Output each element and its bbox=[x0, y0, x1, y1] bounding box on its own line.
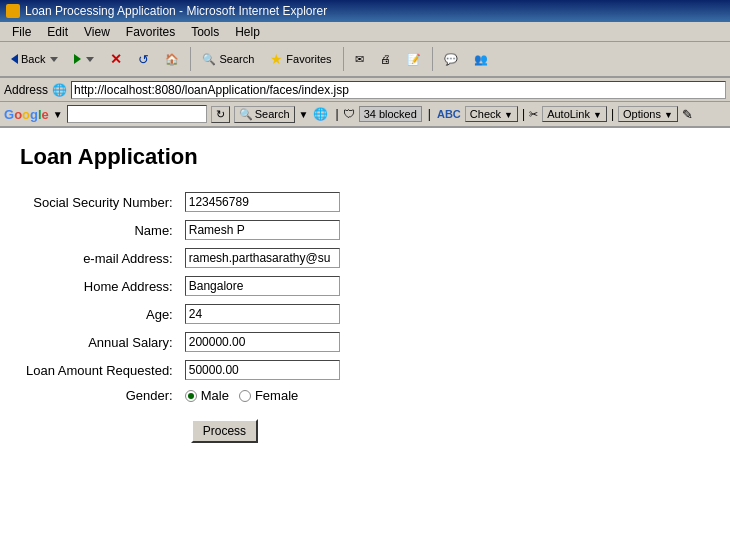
title-bar-text: Loan Processing Application - Microsoft … bbox=[25, 4, 327, 18]
ie-icon bbox=[6, 4, 20, 18]
home-icon: 🏠 bbox=[165, 53, 179, 66]
back-arrow-icon bbox=[11, 54, 18, 64]
search-small-icon: 🔍 bbox=[239, 108, 253, 121]
salary-input[interactable] bbox=[185, 332, 340, 352]
mail-button[interactable]: ✉ bbox=[348, 45, 371, 73]
favorites-star-icon: ★ bbox=[270, 51, 283, 67]
favorites-label: Favorites bbox=[286, 53, 331, 65]
title-bar: Loan Processing Application - Microsoft … bbox=[0, 0, 730, 22]
sep3: | bbox=[522, 107, 525, 121]
table-row: e-mail Address: bbox=[20, 244, 346, 272]
loan-form: Social Security Number: Name: e-mail Add… bbox=[20, 188, 346, 447]
sep4: | bbox=[611, 107, 614, 121]
menu-favorites[interactable]: Favorites bbox=[118, 25, 183, 39]
edit-button[interactable]: 📝 bbox=[400, 45, 428, 73]
page-title: Loan Application bbox=[20, 144, 710, 170]
table-row: Home Address: bbox=[20, 272, 346, 300]
back-dropdown-icon bbox=[50, 57, 58, 62]
print-button[interactable]: 🖨 bbox=[373, 45, 398, 73]
autolink-label: AutoLink bbox=[547, 108, 590, 120]
age-cell bbox=[179, 300, 346, 328]
google-refresh-btn[interactable]: ↻ bbox=[211, 106, 230, 123]
refresh-small-icon: ↻ bbox=[216, 108, 225, 121]
shield-icon: 🛡 bbox=[343, 107, 355, 121]
female-radio[interactable] bbox=[239, 390, 251, 402]
pencil-icon: ✎ bbox=[682, 107, 693, 122]
check-button[interactable]: Check ▼ bbox=[465, 106, 518, 122]
favorites-button[interactable]: ★ Favorites bbox=[263, 45, 338, 73]
menu-edit[interactable]: Edit bbox=[39, 25, 76, 39]
menu-tools[interactable]: Tools bbox=[183, 25, 227, 39]
address-bar: Address 🌐 bbox=[0, 78, 730, 102]
ssn-input[interactable] bbox=[185, 192, 340, 212]
salary-cell bbox=[179, 328, 346, 356]
people-icon: 👥 bbox=[474, 53, 488, 66]
content-area: Loan Application Social Security Number:… bbox=[0, 128, 730, 548]
process-button[interactable]: Process bbox=[191, 419, 258, 443]
search-button[interactable]: 🔍 Search bbox=[195, 45, 261, 73]
gender-cell: Male Female bbox=[179, 384, 346, 407]
google-arrow-icon[interactable]: ▼ bbox=[299, 109, 309, 120]
google-bar: Google ▼ ↻ 🔍 Search ▼ 🌐 | 🛡 34 blocked |… bbox=[0, 102, 730, 128]
messenger-icon: 💬 bbox=[444, 53, 458, 66]
address-label: Home Address: bbox=[20, 272, 179, 300]
loan-amount-cell bbox=[179, 356, 346, 384]
mail-icon: ✉ bbox=[355, 53, 364, 66]
separator-3 bbox=[432, 47, 433, 71]
forward-button[interactable] bbox=[67, 45, 101, 73]
search-magnifier-icon: 🔍 bbox=[202, 53, 216, 66]
google-logo: Google bbox=[4, 107, 49, 122]
male-radio[interactable] bbox=[185, 390, 197, 402]
options-dropdown-icon: ▼ bbox=[664, 110, 673, 120]
table-row: Loan Amount Requested: bbox=[20, 356, 346, 384]
submit-row: Process bbox=[20, 407, 346, 447]
stop-icon: ✕ bbox=[110, 51, 122, 67]
address-cell bbox=[179, 272, 346, 300]
check-label: Check bbox=[470, 108, 501, 120]
name-label: Name: bbox=[20, 216, 179, 244]
stop-button[interactable]: ✕ bbox=[103, 45, 129, 73]
google-dropdown-icon[interactable]: ▼ bbox=[53, 109, 63, 120]
menu-help[interactable]: Help bbox=[227, 25, 268, 39]
menu-file[interactable]: File bbox=[4, 25, 39, 39]
loan-amount-input[interactable] bbox=[185, 360, 340, 380]
age-input[interactable] bbox=[185, 304, 340, 324]
options-label: Options bbox=[623, 108, 661, 120]
messenger-button[interactable]: 💬 bbox=[437, 45, 465, 73]
refresh-button[interactable]: ↺ bbox=[131, 45, 156, 73]
male-label: Male bbox=[201, 388, 229, 403]
age-label: Age: bbox=[20, 300, 179, 328]
autolink-button[interactable]: AutoLink ▼ bbox=[542, 106, 607, 122]
name-cell bbox=[179, 216, 346, 244]
separator-1 bbox=[190, 47, 191, 71]
submit-cell: Process bbox=[179, 407, 346, 447]
back-button[interactable]: Back bbox=[4, 45, 65, 73]
google-search-input[interactable] bbox=[67, 105, 207, 123]
address-input[interactable] bbox=[185, 276, 340, 296]
google-search-button[interactable]: 🔍 Search bbox=[234, 106, 295, 123]
name-input[interactable] bbox=[185, 220, 340, 240]
address-label: Address bbox=[4, 83, 48, 97]
email-input[interactable] bbox=[185, 248, 340, 268]
email-cell bbox=[179, 244, 346, 272]
check-dropdown-icon: ▼ bbox=[504, 110, 513, 120]
menu-bar: File Edit View Favorites Tools Help bbox=[0, 22, 730, 42]
toolbar: Back ✕ ↺ 🏠 🔍 Search ★ Favorites ✉ 🖨 📝 💬 … bbox=[0, 42, 730, 78]
submit-empty-cell bbox=[20, 407, 179, 447]
menu-view[interactable]: View bbox=[76, 25, 118, 39]
table-row: Name: bbox=[20, 216, 346, 244]
abc-icon: ABC bbox=[437, 108, 461, 120]
page-icon: 🌐 bbox=[52, 83, 67, 97]
back-label: Back bbox=[21, 53, 45, 65]
autolink-dropdown-icon: ▼ bbox=[593, 110, 602, 120]
gender-male-group: Male bbox=[185, 388, 229, 403]
scissors-icon: ✂ bbox=[529, 108, 538, 121]
separator-2 bbox=[343, 47, 344, 71]
salary-label: Annual Salary: bbox=[20, 328, 179, 356]
address-input[interactable] bbox=[71, 81, 726, 99]
options-button[interactable]: Options ▼ bbox=[618, 106, 678, 122]
people-button[interactable]: 👥 bbox=[467, 45, 495, 73]
refresh-icon: ↺ bbox=[138, 52, 149, 67]
home-button[interactable]: 🏠 bbox=[158, 45, 186, 73]
forward-arrow-icon bbox=[74, 54, 81, 64]
